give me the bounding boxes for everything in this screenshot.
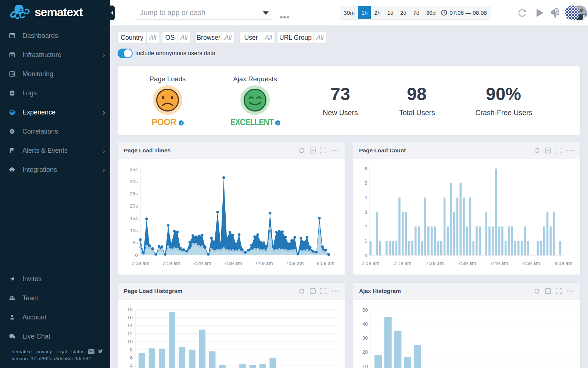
svg-text:7:19 am: 7:19 am: [394, 261, 412, 266]
svg-text:7:39 am: 7:39 am: [224, 261, 242, 266]
svg-text:2: 2: [364, 224, 367, 229]
svg-text:40: 40: [362, 321, 368, 327]
svg-text:10: 10: [127, 339, 133, 344]
svg-text:35s: 35s: [130, 167, 138, 172]
svg-text:16: 16: [127, 315, 133, 320]
svg-text:7:19 am: 7:19 am: [162, 261, 180, 266]
svg-text:8:09 am: 8:09 am: [317, 261, 335, 266]
svg-text:0: 0: [364, 253, 367, 258]
svg-text:50: 50: [362, 307, 368, 313]
svg-text:14: 14: [127, 323, 133, 328]
svg-text:18: 18: [127, 307, 133, 312]
svg-text:4: 4: [364, 195, 367, 200]
svg-text:4: 4: [130, 363, 133, 368]
svg-text:1: 1: [364, 238, 367, 244]
svg-text:0: 0: [135, 252, 138, 258]
svg-text:30: 30: [362, 335, 368, 341]
svg-text:3: 3: [364, 209, 367, 215]
svg-text:6: 6: [130, 355, 133, 361]
svg-text:7:39 am: 7:39 am: [458, 261, 476, 266]
svg-text:7:49 am: 7:49 am: [490, 261, 508, 266]
svg-text:15s: 15s: [130, 216, 138, 221]
svg-text:10: 10: [362, 364, 368, 368]
svg-text:7:09 am: 7:09 am: [362, 261, 380, 266]
svg-text:8: 8: [130, 347, 133, 353]
svg-text:20: 20: [362, 349, 368, 355]
svg-text:6: 6: [364, 166, 367, 171]
svg-text:7:29 am: 7:29 am: [426, 261, 444, 266]
svg-text:7:09 am: 7:09 am: [132, 261, 150, 266]
svg-text:12: 12: [127, 331, 133, 336]
svg-text:7:49 am: 7:49 am: [255, 261, 273, 266]
svg-text:25s: 25s: [130, 191, 138, 197]
svg-text:10s: 10s: [130, 228, 138, 233]
svg-text:5s: 5s: [133, 240, 138, 245]
svg-text:7:59 am: 7:59 am: [522, 261, 540, 266]
svg-text:30s: 30s: [130, 179, 138, 184]
svg-text:7:59 am: 7:59 am: [286, 261, 304, 266]
svg-text:8:09 am: 8:09 am: [555, 261, 573, 266]
svg-text:5: 5: [364, 180, 367, 186]
svg-text:7:29 am: 7:29 am: [193, 261, 211, 266]
svg-text:20s: 20s: [130, 203, 138, 209]
